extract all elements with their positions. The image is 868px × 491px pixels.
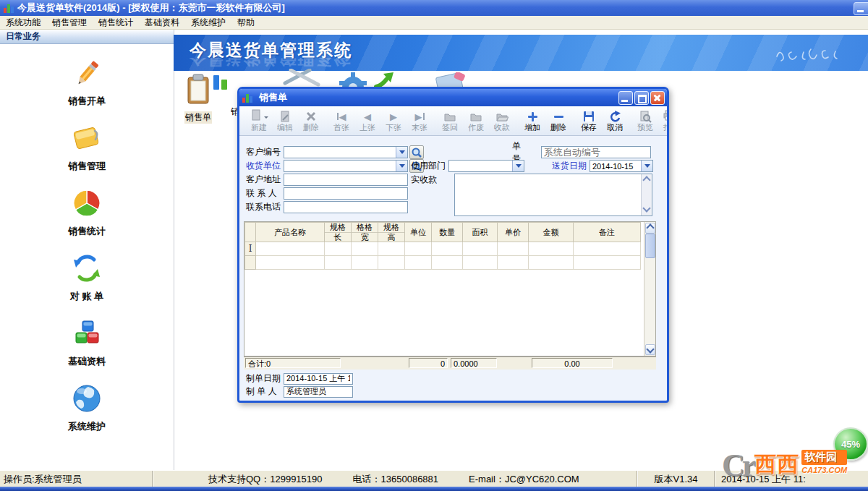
grid-cell[interactable] bbox=[325, 256, 352, 270]
last-record-button[interactable]: ▶ 末张 bbox=[407, 109, 433, 132]
print-button[interactable]: 打印 bbox=[658, 109, 669, 132]
grid-cell[interactable] bbox=[352, 242, 378, 256]
col-spec-length: 规格长 bbox=[325, 223, 352, 242]
made-date-input[interactable] bbox=[284, 373, 353, 385]
col-spec-width: 格格宽 bbox=[352, 223, 378, 242]
receive-payment-button[interactable]: 收款 bbox=[489, 109, 515, 132]
grid-cell[interactable] bbox=[256, 242, 325, 256]
menu-item-help[interactable]: 帮助 bbox=[231, 17, 260, 29]
sales-order-dialog: 销售单 新建 编辑 删除 ◀ bbox=[237, 87, 669, 403]
delete-button[interactable]: 删除 bbox=[298, 109, 324, 132]
col-quantity: 数量 bbox=[432, 223, 463, 242]
grid-cell[interactable] bbox=[574, 242, 641, 256]
menu-item-base-data[interactable]: 基础资料 bbox=[139, 17, 185, 29]
add-row-button[interactable]: 增加 bbox=[519, 109, 545, 132]
menu-item-system[interactable]: 系统功能 bbox=[0, 17, 46, 29]
grid-cell[interactable] bbox=[405, 256, 432, 270]
sidebar-item-sales-stats[interactable]: 销售统计 bbox=[68, 187, 106, 238]
menu-item-maintenance[interactable]: 系统维护 bbox=[185, 17, 231, 29]
grid-cell[interactable] bbox=[432, 242, 463, 256]
menu-item-sales-stats[interactable]: 销售统计 bbox=[93, 17, 139, 29]
grid-cell[interactable] bbox=[325, 242, 352, 256]
operator-status: 操作员:系统管理员 bbox=[0, 473, 152, 486]
col-area: 面积 bbox=[463, 223, 498, 242]
grid-cell[interactable] bbox=[498, 242, 529, 256]
prev-record-button[interactable]: ◀ 上张 bbox=[354, 109, 380, 132]
grid-cell[interactable] bbox=[432, 256, 463, 270]
edit-document-icon bbox=[278, 110, 292, 123]
col-unit-price: 单价 bbox=[498, 223, 529, 242]
grid-body: I bbox=[245, 242, 641, 270]
grid-cell[interactable] bbox=[463, 256, 498, 270]
dialog-close-button[interactable] bbox=[650, 91, 665, 105]
sidebar-item-statement[interactable]: 对 账 单 bbox=[70, 252, 103, 303]
received-amount-textarea[interactable] bbox=[454, 174, 652, 216]
menu-bar: 系统功能 销售管理 销售统计 基础资料 系统维护 帮助 bbox=[0, 16, 868, 30]
order-items-grid: 产品名称 规格长 格格宽 规格高 单位 数量 面积 单价 金额 备注 I bbox=[244, 221, 656, 356]
grid-cell[interactable] bbox=[463, 242, 498, 256]
first-record-button[interactable]: ◀ 首张 bbox=[328, 109, 354, 132]
grid-cell[interactable] bbox=[405, 242, 432, 256]
contact-input[interactable] bbox=[284, 187, 408, 200]
sidebar-item-base-data[interactable]: 基础资料 bbox=[68, 317, 106, 368]
grid-cell[interactable] bbox=[378, 256, 405, 270]
desktop-icon-sales-order[interactable]: 销售单 bbox=[181, 72, 216, 124]
gear-icon bbox=[336, 71, 370, 88]
dialog-maximize-button[interactable] bbox=[634, 91, 649, 105]
floppy-disk-icon bbox=[582, 110, 595, 123]
site-watermark: Cr 西西 软件园 CA173.COM bbox=[722, 450, 868, 487]
maker-input[interactable] bbox=[284, 386, 353, 398]
customer-no-label: 客户编号 bbox=[246, 146, 284, 158]
textarea-scrollbar[interactable] bbox=[641, 174, 652, 215]
chevron-down-icon[interactable] bbox=[396, 147, 407, 158]
sidebar-item-maintenance[interactable]: 系统维护 bbox=[68, 383, 106, 433]
remove-row-button[interactable]: 删除 bbox=[545, 109, 571, 132]
up-arrow-icon bbox=[373, 71, 398, 88]
preview-button[interactable]: 预览 bbox=[632, 109, 658, 132]
dialog-title: 销售单 bbox=[259, 91, 287, 104]
void-button[interactable]: 作废 bbox=[463, 109, 489, 132]
tools-icon bbox=[281, 69, 324, 87]
receiver-input[interactable] bbox=[284, 160, 408, 172]
window-titlebar: 今晨送货单软件(2014版) - [授权使用：东莞市一彩软件有限公司] bbox=[0, 0, 868, 16]
grid-cell[interactable] bbox=[378, 242, 405, 256]
chevron-down-icon[interactable] bbox=[641, 161, 652, 171]
total-area: 0.0000 bbox=[451, 358, 497, 368]
minimize-button[interactable] bbox=[854, 2, 868, 15]
new-button[interactable]: 新建 bbox=[246, 109, 272, 132]
chevron-down-icon[interactable] bbox=[396, 161, 407, 171]
scroll-up-button[interactable] bbox=[645, 223, 655, 234]
grid-empty-row[interactable] bbox=[245, 256, 641, 270]
grid-cell[interactable] bbox=[529, 242, 574, 256]
grid-cell[interactable] bbox=[256, 256, 325, 270]
grid-cell[interactable] bbox=[574, 256, 641, 270]
contact-phone-input[interactable] bbox=[284, 201, 408, 213]
chevron-down-icon[interactable] bbox=[512, 161, 524, 171]
customer-search-button[interactable] bbox=[409, 145, 424, 159]
scroll-down-button[interactable] bbox=[645, 344, 655, 355]
grid-cell[interactable] bbox=[352, 256, 378, 270]
sidebar-item-sales-mgmt[interactable]: 销售管理 bbox=[68, 122, 106, 173]
order-no-input[interactable] bbox=[541, 146, 651, 158]
save-button[interactable]: 保存 bbox=[576, 109, 602, 132]
contact-phone-label: 联系电话 bbox=[246, 201, 284, 213]
dialog-minimize-button[interactable] bbox=[618, 91, 633, 105]
sign-back-button[interactable]: 签回 bbox=[437, 109, 463, 132]
col-product-name: 产品名称 bbox=[256, 223, 325, 242]
address-input[interactable] bbox=[284, 174, 408, 186]
grid-cell[interactable] bbox=[498, 256, 529, 270]
grid-empty-row[interactable]: I bbox=[245, 242, 641, 256]
dialog-titlebar[interactable]: 销售单 bbox=[239, 89, 667, 106]
progress-percent: 45% bbox=[841, 439, 860, 450]
menu-item-sales-mgmt[interactable]: 销售管理 bbox=[46, 17, 93, 29]
site-url: CA173.COM bbox=[801, 466, 847, 474]
grid-vertical-scrollbar[interactable] bbox=[644, 222, 655, 356]
edit-button[interactable]: 编辑 bbox=[272, 109, 298, 132]
scroll-thumb[interactable] bbox=[645, 234, 655, 258]
sidebar: 日常业务 销售开单 bbox=[0, 30, 174, 470]
cancel-button[interactable]: 取消 bbox=[602, 109, 628, 132]
grid-cell[interactable] bbox=[529, 256, 574, 270]
customer-no-input[interactable] bbox=[284, 146, 408, 158]
next-record-button[interactable]: ▶ 下张 bbox=[380, 109, 407, 132]
sidebar-item-sales-billing[interactable]: 销售开单 bbox=[68, 57, 106, 108]
